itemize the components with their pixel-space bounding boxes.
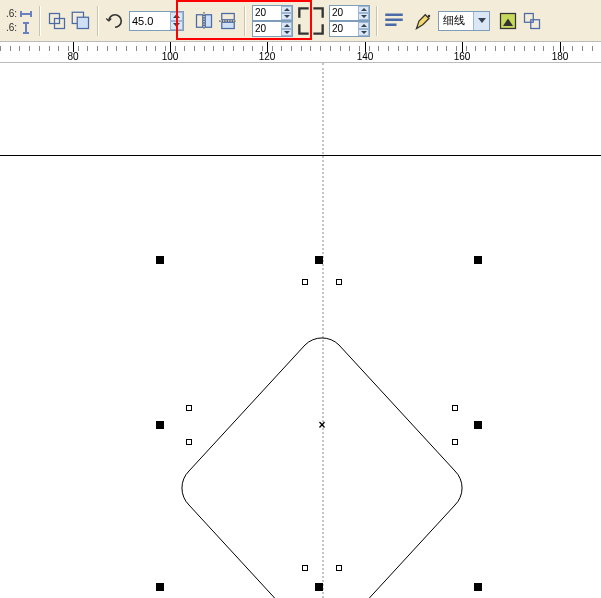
mirror-v-icon[interactable]	[218, 11, 238, 31]
separator	[39, 6, 41, 36]
ruler-tick	[0, 46, 1, 51]
ruler-tick	[330, 46, 331, 51]
svg-point-19	[428, 14, 431, 17]
rotate-icon	[105, 11, 125, 31]
ruler-tick	[19, 46, 20, 51]
ruler-tick	[495, 46, 496, 51]
svg-rect-16	[385, 13, 403, 16]
svg-rect-18	[385, 23, 396, 26]
ruler-tick	[417, 46, 418, 51]
ruler-tick	[107, 46, 108, 51]
corner-node[interactable]	[452, 405, 458, 411]
ruler-tick	[582, 46, 583, 51]
ruler-tick	[204, 46, 205, 51]
rotation-field[interactable]	[129, 11, 184, 31]
ruler-tick	[194, 46, 195, 51]
toolbar: .6: .6:	[0, 0, 601, 41]
svg-rect-21	[525, 13, 534, 22]
selection-handle[interactable]	[156, 256, 164, 264]
selection-handle[interactable]	[474, 583, 482, 591]
corner-node[interactable]	[186, 405, 192, 411]
rotation-spinner[interactable]	[170, 12, 183, 30]
ruler-number: 120	[259, 51, 276, 62]
corner-node[interactable]	[302, 279, 308, 285]
ruler-tick	[349, 46, 350, 51]
rounded-diamond-shape[interactable]	[165, 325, 479, 598]
corner-tl-field[interactable]	[252, 5, 293, 21]
ruler-tick	[398, 46, 399, 51]
corner-node[interactable]	[336, 565, 342, 571]
ruler-tick	[97, 46, 98, 51]
ruler-tick	[310, 46, 311, 51]
mirror-h-icon[interactable]	[194, 11, 214, 31]
selection-handle[interactable]	[474, 256, 482, 264]
ruler-tick	[223, 46, 224, 51]
selection-handle[interactable]	[315, 256, 323, 264]
corner-bl-field[interactable]	[252, 21, 293, 37]
ruler-tick	[475, 46, 476, 51]
corner-node[interactable]	[452, 439, 458, 445]
separator	[244, 6, 246, 36]
behind-fill-icon[interactable]	[498, 11, 518, 31]
outline-width-value: 细线	[439, 13, 473, 28]
ruler-tick	[281, 46, 282, 51]
ruler-tick	[485, 46, 486, 51]
ruler-tick	[87, 46, 88, 51]
y-inc-icon	[19, 21, 33, 35]
drawing-canvas[interactable]: ×	[0, 63, 601, 598]
rotation-input[interactable]	[130, 12, 170, 30]
selection-handle[interactable]	[156, 421, 164, 429]
nudge-icon[interactable]	[47, 11, 67, 31]
corner-br-field[interactable]	[329, 21, 370, 37]
corner-br-input[interactable]	[330, 22, 358, 36]
selection-handle[interactable]	[156, 583, 164, 591]
svg-rect-17	[385, 18, 403, 21]
ruler-tick	[49, 46, 50, 51]
svg-rect-22	[531, 19, 540, 28]
corner-bl-icon[interactable]	[297, 22, 311, 36]
ruler-tick	[340, 46, 341, 51]
ruler-tick	[116, 46, 117, 51]
corner-br-icon[interactable]	[311, 22, 325, 36]
corner-tl-icon[interactable]	[297, 6, 311, 20]
dropdown-arrow-icon[interactable]	[473, 12, 489, 30]
scale-with-icon[interactable]	[522, 11, 542, 31]
corner-node[interactable]	[302, 565, 308, 571]
outline-width-combo[interactable]: 细线	[438, 11, 490, 31]
corner-tr-input[interactable]	[330, 6, 358, 20]
corner-tr-field[interactable]	[329, 5, 370, 21]
ruler-tick	[572, 46, 573, 51]
corner-tl-input[interactable]	[253, 6, 281, 20]
ruler-tick	[378, 46, 379, 51]
ruler-tick	[427, 46, 428, 51]
ruler-tick	[446, 46, 447, 51]
corner-radius-left-col	[252, 5, 293, 37]
increment-stack: .6: .6:	[3, 7, 33, 35]
text-wrap-icon[interactable]	[384, 11, 404, 31]
ruler-tick	[514, 46, 515, 51]
ruler-tick	[543, 46, 544, 51]
corner-node[interactable]	[336, 279, 342, 285]
ruler-tick	[524, 46, 525, 51]
ruler-tick	[534, 46, 535, 51]
ruler-tick	[301, 46, 302, 51]
selection-handle[interactable]	[315, 583, 323, 591]
corner-node[interactable]	[186, 439, 192, 445]
corner-tr-icon[interactable]	[311, 6, 325, 20]
svg-rect-14	[222, 22, 235, 28]
corner-indicator-icons	[297, 5, 325, 37]
ruler-number: 100	[162, 51, 179, 62]
ruler-tick	[58, 46, 59, 51]
page-edge-line	[0, 155, 601, 156]
horizontal-ruler: 80100120140160180	[0, 41, 601, 63]
selection-handle[interactable]	[474, 421, 482, 429]
ruler-tick	[407, 46, 408, 51]
corner-radius-right-col	[329, 5, 370, 37]
pen-outline-icon	[414, 11, 434, 31]
ruler-tick	[10, 46, 11, 51]
svg-rect-2	[30, 11, 32, 17]
x-inc-icon	[19, 7, 33, 21]
corner-bl-input[interactable]	[253, 22, 281, 36]
duplicate-icon[interactable]	[71, 11, 91, 31]
separator	[376, 6, 378, 36]
